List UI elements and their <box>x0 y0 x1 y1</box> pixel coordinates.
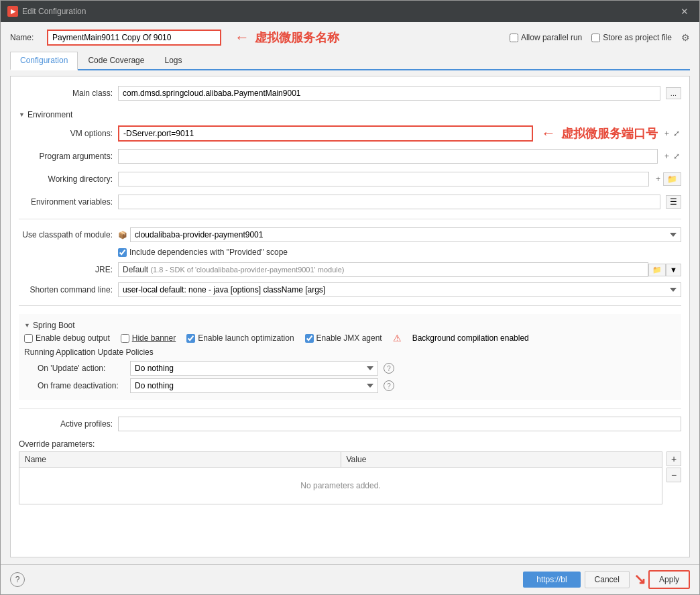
include-dep-row: Include dependencies with "Provided" sco… <box>118 248 681 257</box>
allow-parallel-label: Allow parallel run <box>510 33 582 42</box>
on-deactivation-select[interactable]: Do nothing <box>130 378 378 393</box>
working-dir-actions: + 📁 <box>654 172 681 186</box>
on-update-row: On 'Update' action: Do nothing ? <box>24 361 676 376</box>
content-area: Main class: ... ▼ Environment VM options… <box>10 76 690 557</box>
working-dir-input[interactable] <box>118 172 649 186</box>
name-arrow-icon: ← <box>235 29 249 46</box>
shorten-label: Shorten command line: <box>19 285 113 294</box>
cancel-button[interactable]: Cancel <box>585 571 630 588</box>
enable-debug-checkbox[interactable] <box>24 334 33 343</box>
enable-debug-label: Enable debug output <box>24 333 110 343</box>
profiles-row: Active profiles: <box>19 417 681 431</box>
main-class-browse-button[interactable]: ... <box>666 87 681 99</box>
main-class-label: Main class: <box>19 89 113 98</box>
vm-expand-button[interactable]: + <box>663 127 670 140</box>
allow-parallel-checkbox[interactable] <box>510 34 518 42</box>
apply-arrow-icon: ↘ <box>634 571 646 588</box>
env-vars-label: Environment variables: <box>19 197 113 207</box>
environment-expand-icon[interactable]: ▼ <box>19 111 25 118</box>
main-class-row: Main class: ... <box>19 85 681 102</box>
env-vars-input[interactable] <box>118 195 660 209</box>
classpath-select[interactable]: cloudalibaba-provider-payment9001 <box>130 227 681 242</box>
settings-gear-icon[interactable]: ⚙ <box>681 32 690 43</box>
shorten-select[interactable]: user-local default: none - java [options… <box>118 282 681 297</box>
store-project-checkbox[interactable] <box>591 34 600 42</box>
background-comp-text: Background compilation enabled <box>412 333 529 343</box>
on-update-label: On 'Update' action: <box>38 364 125 373</box>
program-args-fullscreen-button[interactable]: ⤢ <box>672 150 681 162</box>
program-args-input[interactable] <box>118 149 658 164</box>
module-icon: 📦 <box>118 231 127 239</box>
env-vars-edit-button[interactable]: ☰ <box>666 195 681 209</box>
tab-configuration[interactable]: Configuration <box>10 52 78 70</box>
hide-banner-label: Hide banner <box>121 333 176 343</box>
running-app-title: Running Application Update Policies <box>24 347 676 357</box>
on-deactivation-label: On frame deactivation: <box>38 381 125 390</box>
vm-options-label: VM options: <box>19 129 113 138</box>
working-dir-label: Working directory: <box>19 174 113 184</box>
override-section: Override parameters: Name Value No param… <box>19 439 681 504</box>
spring-boot-expand-icon[interactable]: ▼ <box>24 322 30 329</box>
program-args-expand-button[interactable]: + <box>663 150 670 162</box>
table-header-name: Name <box>19 452 341 467</box>
background-comp-warning-icon: ⚠ <box>393 333 402 343</box>
classpath-label: Use classpath of module: <box>19 230 113 239</box>
enable-jmx-checkbox[interactable] <box>305 334 314 343</box>
enable-launch-checkbox[interactable] <box>186 334 195 343</box>
vm-container: ← 虚拟微服务端口号 <box>118 125 658 142</box>
working-dir-row: Working directory: + 📁 <box>19 170 681 188</box>
help-button[interactable]: ? <box>10 572 25 587</box>
title-bar: ▶ Edit Configuration ✕ <box>1 1 699 22</box>
title-bar-left: ▶ Edit Configuration <box>7 6 86 17</box>
active-profiles-input[interactable] <box>118 417 681 431</box>
table-actions: + − <box>666 451 681 504</box>
jre-dropdown-button[interactable]: ▼ <box>666 264 681 276</box>
separator-2 <box>19 305 681 306</box>
table-add-button[interactable]: + <box>666 451 681 466</box>
vm-arrow-icon: ← <box>541 125 556 142</box>
name-input[interactable] <box>47 30 221 46</box>
ok-button[interactable]: https://bl <box>523 572 580 588</box>
table-remove-button[interactable]: − <box>666 468 681 482</box>
separator-3 <box>19 408 681 409</box>
tab-bar: Configuration Code Coverage Logs <box>10 52 690 70</box>
apply-wrapper: ↘ Apply <box>634 570 690 589</box>
on-update-help-icon[interactable]: ? <box>384 363 394 374</box>
name-label: Name: <box>10 33 40 42</box>
footer-buttons: https://bl Cancel ↘ Apply <box>523 570 690 589</box>
spring-boot-section: ▼ Spring Boot Enable debug output Hide b… <box>19 314 681 400</box>
classpath-select-wrapper: 📦 cloudalibaba-provider-payment9001 <box>118 227 681 242</box>
running-app-section: Running Application Update Policies On '… <box>24 347 676 393</box>
store-project-label: Store as project file <box>591 33 672 42</box>
apply-button[interactable]: Apply <box>648 570 690 589</box>
jre-input: Default (1.8 - SDK of 'cloudalibaba-prov… <box>118 262 648 277</box>
working-dir-expand-button[interactable]: + <box>654 173 662 185</box>
on-deactivation-help-icon[interactable]: ? <box>384 380 394 391</box>
jre-detail-text: (1.8 - SDK of 'cloudalibaba-provider-pay… <box>150 266 344 274</box>
vm-input-actions: + ⤢ <box>663 127 681 140</box>
vm-fullscreen-button[interactable]: ⤢ <box>672 127 681 140</box>
name-annotation: ← 虚拟微服务名称 <box>235 29 339 46</box>
tab-code-coverage[interactable]: Code Coverage <box>78 52 154 69</box>
vm-options-input[interactable] <box>118 125 533 142</box>
program-args-label: Program arguments: <box>19 152 113 161</box>
name-row: Name: ← 虚拟微服务名称 Allow parallel run Store… <box>10 29 690 46</box>
hide-banner-checkbox[interactable] <box>121 334 129 343</box>
dialog-footer: ? https://bl Cancel ↘ Apply <box>1 564 699 594</box>
close-button[interactable]: ✕ <box>677 5 693 18</box>
tab-logs[interactable]: Logs <box>154 52 192 69</box>
working-dir-browse-button[interactable]: 📁 <box>663 172 681 186</box>
jre-browse-button[interactable]: 📁 <box>648 264 666 276</box>
jre-input-wrapper: Default (1.8 - SDK of 'cloudalibaba-prov… <box>118 262 681 277</box>
on-update-select[interactable]: Do nothing <box>130 361 378 376</box>
shorten-row: Shorten command line: user-local default… <box>19 282 681 297</box>
include-dep-checkbox[interactable] <box>118 248 127 257</box>
spring-boot-label: Spring Boot <box>33 321 75 330</box>
override-title: Override parameters: <box>19 439 681 449</box>
jre-row: JRE: Default (1.8 - SDK of 'cloudalibaba… <box>19 262 681 277</box>
classpath-row: Use classpath of module: 📦 cloudalibaba-… <box>19 227 681 242</box>
main-class-input[interactable] <box>118 86 660 101</box>
jre-default-text: Default <box>123 265 148 274</box>
dialog-body: Name: ← 虚拟微服务名称 Allow parallel run Store… <box>1 22 699 564</box>
vm-options-row: VM options: ← 虚拟微服务端口号 + ⤢ <box>19 125 681 142</box>
